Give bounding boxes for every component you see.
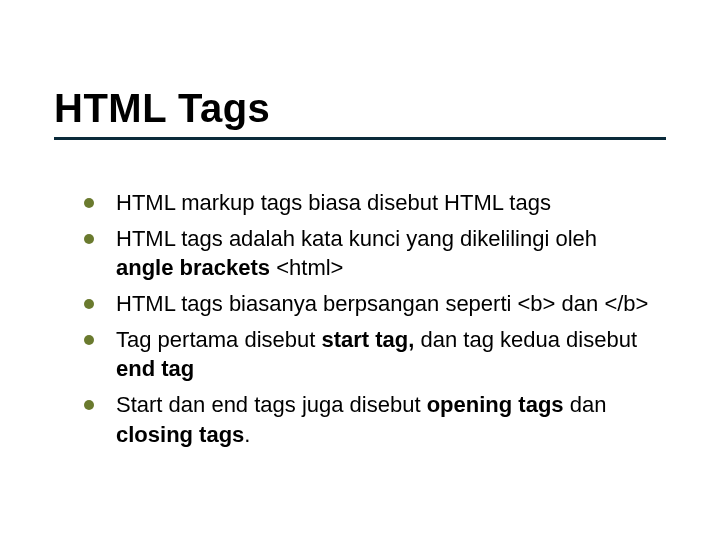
text-run: HTML markup tags biasa disebut HTML tags <box>116 190 551 215</box>
list-item: HTML tags biasanya berpsangan seperti <b… <box>84 289 660 319</box>
text-run: start tag, <box>321 327 414 352</box>
text-run: dan tag kedua disebut <box>414 327 637 352</box>
text-run: HTML tags biasanya berpsangan seperti <b… <box>116 291 648 316</box>
slide-title: HTML Tags <box>54 86 666 131</box>
title-area: HTML Tags <box>54 86 666 140</box>
text-run: Start dan end tags juga disebut <box>116 392 427 417</box>
slide-body: HTML markup tags biasa disebut HTML tags… <box>84 188 660 456</box>
list-item: HTML tags adalah kata kunci yang dikelil… <box>84 224 660 283</box>
list-item: HTML markup tags biasa disebut HTML tags <box>84 188 660 218</box>
text-run: closing tags <box>116 422 244 447</box>
text-run: HTML tags adalah kata kunci yang dikelil… <box>116 226 597 251</box>
text-run: <html> <box>270 255 343 280</box>
list-item: Start dan end tags juga disebut opening … <box>84 390 660 449</box>
text-run: end tag <box>116 356 194 381</box>
slide: HTML Tags HTML markup tags biasa disebut… <box>0 0 720 540</box>
text-run: dan <box>564 392 607 417</box>
text-run: angle brackets <box>116 255 270 280</box>
text-run: . <box>244 422 250 447</box>
text-run: opening tags <box>427 392 564 417</box>
bullet-list: HTML markup tags biasa disebut HTML tags… <box>84 188 660 450</box>
list-item: Tag pertama disebut start tag, dan tag k… <box>84 325 660 384</box>
text-run: Tag pertama disebut <box>116 327 321 352</box>
title-underline <box>54 137 666 140</box>
